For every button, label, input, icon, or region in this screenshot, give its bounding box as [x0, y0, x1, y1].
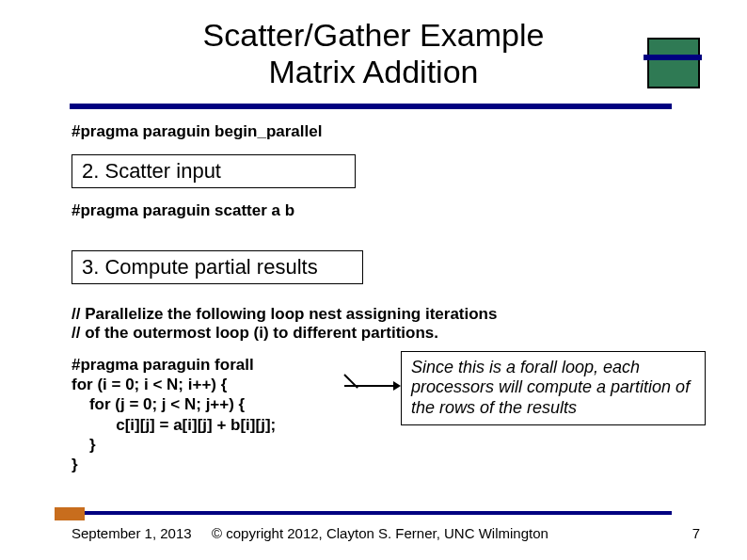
title-line-1: Scatter/Gather Example — [203, 17, 545, 53]
pragma-scatter: #pragma paraguin scatter a b — [72, 201, 683, 220]
footer-page-number: 7 — [692, 525, 700, 541]
code-line-1: #pragma paraguin forall — [72, 356, 254, 374]
footer-copyright: © copyright 2012, Clayton S. Ferner, UNC… — [212, 525, 548, 541]
note-box: Since this is a forall loop, each proces… — [401, 351, 706, 425]
step-2-label: 2. Scatter input — [82, 159, 221, 183]
forall-code-block: #pragma paraguin forall for (i = 0; i < … — [72, 355, 382, 475]
step-3-box: 3. Compute partial results — [72, 250, 363, 284]
code-line-3: for (j = 0; j < N; j++) { — [72, 395, 245, 413]
comment-line-2: // of the outermost loop (i) to differen… — [72, 324, 438, 342]
title-rule — [70, 104, 672, 109]
title-line-2: Matrix Addition — [269, 54, 479, 89]
comment-line-1: // Parallelize the following loop nest a… — [72, 305, 497, 323]
content-area: #pragma paraguin begin_parallel 2. Scatt… — [72, 122, 683, 474]
footer-date: September 1, 2013 — [72, 525, 192, 541]
footer-rule — [70, 511, 672, 515]
code-line-6: } — [72, 456, 78, 473]
code-line-5: } — [72, 436, 96, 454]
code-line-4: c[i][j] = a[i][j] + b[i][j]; — [72, 416, 276, 434]
decorative-corner-box — [647, 38, 700, 88]
step-2-box: 2. Scatter input — [72, 154, 356, 188]
code-area: #pragma paraguin forall for (i = 0; i < … — [72, 355, 683, 475]
note-text: Since this is a forall loop, each proces… — [411, 358, 690, 417]
arrow-connector — [344, 385, 399, 387]
pragma-begin-parallel: #pragma paraguin begin_parallel — [72, 122, 683, 141]
slide: Scatter/Gather Example Matrix Addition #… — [0, 0, 747, 560]
comment-block: // Parallelize the following loop nest a… — [72, 305, 683, 344]
slide-title: Scatter/Gather Example Matrix Addition — [0, 0, 747, 90]
code-line-2: for (i = 0; i < N; i++) { — [72, 376, 227, 393]
footer-accent-mark — [55, 507, 85, 520]
step-3-label: 3. Compute partial results — [82, 255, 318, 279]
